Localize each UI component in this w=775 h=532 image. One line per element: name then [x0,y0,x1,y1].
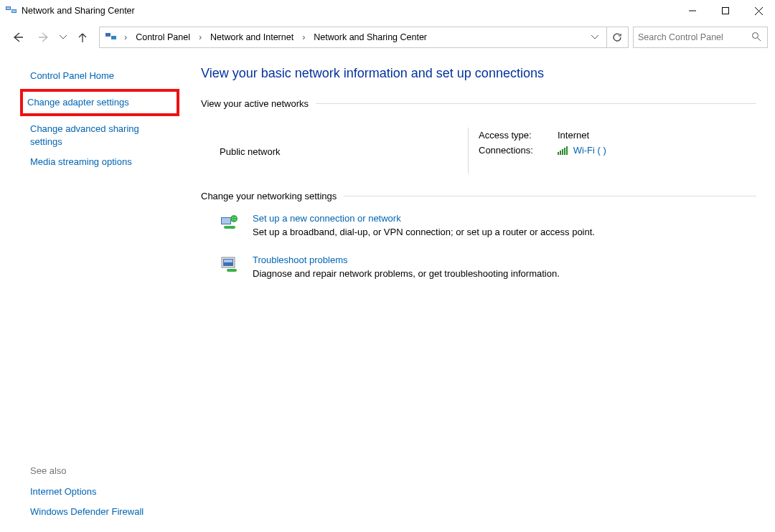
main-content: View your basic network information and … [179,63,761,532]
breadcrumb-network-internet[interactable]: Network and Internet [206,27,298,47]
sidebar: Control Panel Home Change adapter settin… [14,63,179,532]
svg-rect-22 [232,218,236,219]
option-setup-connection: Set up a new connection or network Set u… [201,206,756,247]
svg-point-10 [753,33,758,39]
svg-rect-26 [224,260,232,262]
refresh-button[interactable] [606,27,626,47]
svg-rect-23 [224,226,235,229]
sidebar-media-streaming[interactable]: Media streaming options [27,152,175,172]
back-button[interactable] [6,27,30,48]
forward-button [32,27,56,48]
search-box[interactable] [633,27,768,48]
troubleshoot-link[interactable]: Troubleshoot problems [253,255,347,265]
chevron-right-icon[interactable]: › [299,27,308,47]
titlebar: Network and Sharing Center [0,0,775,22]
sidebar-home[interactable]: Control Panel Home [27,66,175,86]
connections-label: Connections: [479,145,542,157]
svg-rect-2 [6,7,10,9]
svg-rect-9 [111,36,116,39]
svg-rect-27 [227,269,237,272]
network-type: Public network [220,128,468,174]
active-networks-label: View your active networks [201,98,309,109]
close-button[interactable] [742,0,775,22]
highlighted-link: Change adapter settings [20,89,179,116]
setup-connection-link[interactable]: Set up a new connection or network [253,213,401,224]
option-troubleshoot: Troubleshoot problems Diagnose and repai… [201,247,756,289]
chevron-right-icon[interactable]: › [121,27,130,47]
svg-rect-3 [12,10,16,12]
wifi-signal-icon [558,146,568,157]
connection-link[interactable]: Wi-Fi ( ) [573,145,606,156]
address-dropdown[interactable] [585,27,605,47]
recent-dropdown[interactable] [57,27,69,48]
maximize-button[interactable] [709,0,742,22]
see-also-heading: See also [27,462,175,482]
connection-icon [220,213,240,233]
svg-rect-15 [564,148,565,155]
svg-rect-14 [562,149,563,155]
svg-rect-12 [558,152,559,155]
change-settings-heading: Change your networking settings [201,191,756,201]
sidebar-defender-firewall[interactable]: Windows Defender Firewall [27,502,175,522]
active-networks-heading: View your active networks [201,98,756,109]
location-icon [105,32,117,43]
minimize-button[interactable] [676,0,709,22]
access-type-value: Internet [558,130,589,141]
sidebar-change-adapter[interactable]: Change adapter settings [27,93,174,112]
search-icon[interactable] [751,32,763,43]
svg-rect-16 [566,146,568,155]
svg-rect-8 [105,33,111,37]
sidebar-internet-options[interactable]: Internet Options [27,482,175,502]
troubleshoot-desc: Diagnose and repair network problems, or… [253,268,560,279]
svg-rect-13 [560,151,561,155]
divider [468,128,469,174]
svg-rect-18 [222,218,230,224]
page-title: View your basic network information and … [201,66,756,81]
app-icon [6,5,17,16]
address-bar[interactable]: › Control Panel › Network and Internet ›… [99,27,629,48]
setup-connection-desc: Set up a broadband, dial-up, or VPN conn… [253,227,595,237]
svg-rect-5 [723,8,729,14]
change-settings-label: Change your networking settings [201,191,337,201]
search-input[interactable] [638,32,751,42]
troubleshoot-icon [220,255,240,275]
breadcrumb-control-panel[interactable]: Control Panel [131,27,194,47]
svg-line-11 [758,38,761,42]
breadcrumb-network-sharing[interactable]: Network and Sharing Center [309,27,431,47]
active-network-row: Public network Access type: Internet Con… [201,113,756,191]
up-button[interactable] [70,27,95,48]
window-title: Network and Sharing Center [22,6,135,16]
access-type-label: Access type: [479,130,542,141]
nav-row: › Control Panel › Network and Internet ›… [0,22,775,50]
chevron-right-icon[interactable]: › [196,27,205,47]
sidebar-advanced-sharing[interactable]: Change advanced sharing settings [27,119,175,152]
